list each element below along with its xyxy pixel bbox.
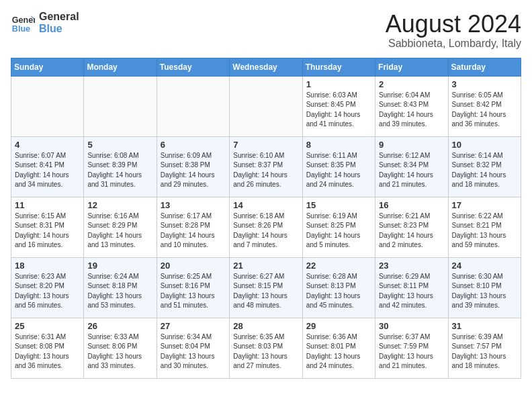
calendar-cell: 24Sunrise: 6:30 AM Sunset: 8:10 PM Dayli… [448,257,521,318]
day-number: 2 [379,79,444,89]
calendar-cell: 7Sunrise: 6:10 AM Sunset: 8:37 PM Daylig… [230,136,302,197]
calendar-cell: 25Sunrise: 6:31 AM Sunset: 8:08 PM Dayli… [11,318,84,378]
day-number: 5 [87,140,152,150]
day-number: 16 [379,200,444,210]
calendar-cell: 31Sunrise: 6:39 AM Sunset: 7:57 PM Dayli… [448,318,521,378]
day-info: Sunrise: 6:10 AM Sunset: 8:37 PM Dayligh… [233,151,298,190]
calendar-cell: 23Sunrise: 6:29 AM Sunset: 8:11 PM Dayli… [375,257,448,318]
calendar-cell: 12Sunrise: 6:16 AM Sunset: 8:29 PM Dayli… [84,197,157,257]
day-number: 20 [161,261,226,271]
day-number: 27 [161,321,226,331]
day-number: 26 [87,321,152,331]
title-block: August 2024 Sabbioneta, Lombardy, Italy [386,11,521,50]
calendar-cell: 5Sunrise: 6:08 AM Sunset: 8:39 PM Daylig… [84,136,157,197]
weekday-header-sunday: Sunday [11,58,84,76]
calendar-cell: 2Sunrise: 6:04 AM Sunset: 8:43 PM Daylig… [375,76,448,136]
logo-text-block: General Blue [39,11,79,34]
weekday-header-wednesday: Wednesday [230,58,302,76]
calendar-cell: 1Sunrise: 6:03 AM Sunset: 8:45 PM Daylig… [302,76,375,136]
calendar-cell: 20Sunrise: 6:25 AM Sunset: 8:16 PM Dayli… [157,257,229,318]
calendar-cell: 18Sunrise: 6:23 AM Sunset: 8:20 PM Dayli… [11,257,84,318]
calendar-week-1: 1Sunrise: 6:03 AM Sunset: 8:45 PM Daylig… [11,76,521,136]
day-number: 12 [87,200,152,210]
calendar-cell: 15Sunrise: 6:19 AM Sunset: 8:25 PM Dayli… [302,197,375,257]
calendar-cell [157,76,229,136]
calendar-cell: 22Sunrise: 6:28 AM Sunset: 8:13 PM Dayli… [302,257,375,318]
calendar-cell: 8Sunrise: 6:11 AM Sunset: 8:35 PM Daylig… [302,136,375,197]
logo: General Blue General Blue [11,11,79,35]
day-number: 10 [452,140,517,150]
day-info: Sunrise: 6:35 AM Sunset: 8:03 PM Dayligh… [233,332,298,371]
day-info: Sunrise: 6:22 AM Sunset: 8:21 PM Dayligh… [452,212,517,250]
svg-text:Blue: Blue [12,24,30,34]
day-number: 14 [233,200,298,210]
calendar-cell: 21Sunrise: 6:27 AM Sunset: 8:15 PM Dayli… [230,257,302,318]
day-info: Sunrise: 6:07 AM Sunset: 8:41 PM Dayligh… [15,151,80,190]
calendar-cell: 6Sunrise: 6:09 AM Sunset: 8:38 PM Daylig… [157,136,229,197]
day-info: Sunrise: 6:30 AM Sunset: 8:10 PM Dayligh… [452,272,517,311]
day-number: 4 [15,140,80,150]
day-number: 30 [379,321,444,331]
day-number: 13 [161,200,226,210]
calendar-cell: 13Sunrise: 6:17 AM Sunset: 8:28 PM Dayli… [157,197,229,257]
weekday-header-thursday: Thursday [302,58,375,76]
logo-icon: General Blue [11,11,35,35]
day-info: Sunrise: 6:29 AM Sunset: 8:11 PM Dayligh… [379,272,444,311]
day-number: 11 [15,200,80,210]
day-info: Sunrise: 6:37 AM Sunset: 7:59 PM Dayligh… [379,332,444,371]
calendar-cell: 30Sunrise: 6:37 AM Sunset: 7:59 PM Dayli… [375,318,448,378]
day-number: 8 [306,140,371,150]
day-number: 7 [233,140,298,150]
logo-general: General [39,11,79,22]
day-info: Sunrise: 6:36 AM Sunset: 8:01 PM Dayligh… [306,332,371,371]
day-info: Sunrise: 6:25 AM Sunset: 8:16 PM Dayligh… [161,272,226,311]
day-info: Sunrise: 6:04 AM Sunset: 8:43 PM Dayligh… [379,91,444,130]
day-number: 31 [452,321,517,331]
weekday-header-saturday: Saturday [448,58,521,76]
day-number: 28 [233,321,298,331]
day-number: 15 [306,200,371,210]
day-info: Sunrise: 6:16 AM Sunset: 8:29 PM Dayligh… [87,212,152,250]
day-number: 9 [379,140,444,150]
calendar-title: August 2024 [386,11,521,38]
weekday-header-friday: Friday [375,58,448,76]
weekday-header-tuesday: Tuesday [157,58,229,76]
calendar-week-5: 25Sunrise: 6:31 AM Sunset: 8:08 PM Dayli… [11,318,521,378]
day-number: 1 [306,79,371,89]
calendar-cell: 14Sunrise: 6:18 AM Sunset: 8:26 PM Dayli… [230,197,302,257]
calendar-week-3: 11Sunrise: 6:15 AM Sunset: 8:31 PM Dayli… [11,197,521,257]
day-info: Sunrise: 6:12 AM Sunset: 8:34 PM Dayligh… [379,151,444,190]
day-info: Sunrise: 6:27 AM Sunset: 8:15 PM Dayligh… [233,272,298,311]
calendar-week-4: 18Sunrise: 6:23 AM Sunset: 8:20 PM Dayli… [11,257,521,318]
calendar-subtitle: Sabbioneta, Lombardy, Italy [386,38,521,50]
day-info: Sunrise: 6:03 AM Sunset: 8:45 PM Dayligh… [306,91,371,130]
calendar-cell [230,76,302,136]
weekday-header-monday: Monday [84,58,157,76]
page-header: General Blue General Blue August 2024 Sa… [11,11,521,50]
day-info: Sunrise: 6:23 AM Sunset: 8:20 PM Dayligh… [15,272,80,311]
day-number: 25 [15,321,80,331]
calendar-cell: 17Sunrise: 6:22 AM Sunset: 8:21 PM Dayli… [448,197,521,257]
calendar-cell: 27Sunrise: 6:34 AM Sunset: 8:04 PM Dayli… [157,318,229,378]
day-number: 24 [452,261,517,271]
day-info: Sunrise: 6:24 AM Sunset: 8:18 PM Dayligh… [87,272,152,311]
day-number: 17 [452,200,517,210]
calendar-cell: 28Sunrise: 6:35 AM Sunset: 8:03 PM Dayli… [230,318,302,378]
calendar-cell: 29Sunrise: 6:36 AM Sunset: 8:01 PM Dayli… [302,318,375,378]
day-number: 21 [233,261,298,271]
calendar-cell: 9Sunrise: 6:12 AM Sunset: 8:34 PM Daylig… [375,136,448,197]
day-info: Sunrise: 6:28 AM Sunset: 8:13 PM Dayligh… [306,272,371,311]
calendar-table: SundayMondayTuesdayWednesdayThursdayFrid… [11,58,521,379]
day-number: 19 [87,261,152,271]
day-number: 18 [15,261,80,271]
logo-blue: Blue [39,23,62,34]
day-info: Sunrise: 6:15 AM Sunset: 8:31 PM Dayligh… [15,212,80,250]
day-info: Sunrise: 6:05 AM Sunset: 8:42 PM Dayligh… [452,91,517,130]
calendar-cell: 19Sunrise: 6:24 AM Sunset: 8:18 PM Dayli… [84,257,157,318]
calendar-cell: 16Sunrise: 6:21 AM Sunset: 8:23 PM Dayli… [375,197,448,257]
day-number: 6 [161,140,226,150]
calendar-cell: 3Sunrise: 6:05 AM Sunset: 8:42 PM Daylig… [448,76,521,136]
calendar-cell: 26Sunrise: 6:33 AM Sunset: 8:06 PM Dayli… [84,318,157,378]
day-info: Sunrise: 6:08 AM Sunset: 8:39 PM Dayligh… [87,151,152,190]
day-info: Sunrise: 6:31 AM Sunset: 8:08 PM Dayligh… [15,332,80,371]
